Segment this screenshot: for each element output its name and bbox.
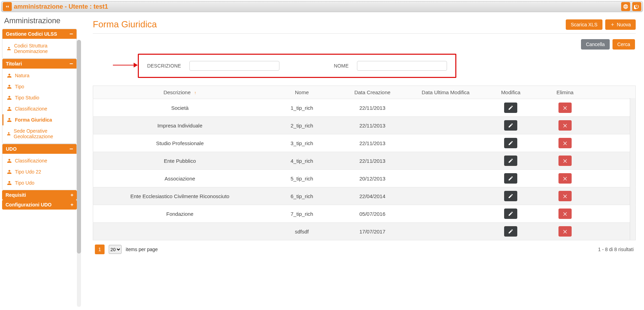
sidebar-group-label: UDO: [6, 146, 17, 152]
sidebar-item[interactable]: Forma Giuridica: [2, 114, 77, 125]
cell-data-creazione: 22/11/2013: [337, 134, 408, 152]
cell-data-modifica: [408, 152, 483, 170]
edit-button[interactable]: [504, 226, 517, 237]
cell-nome: 3_tip_rich: [267, 134, 337, 152]
close-icon: [562, 229, 568, 234]
collapse-sidebar-button[interactable]: [3, 2, 12, 11]
user-icon: [7, 73, 12, 78]
edit-button[interactable]: [504, 103, 517, 113]
sidebar-item[interactable]: Tipo: [2, 81, 77, 92]
topbar: amministrazione - Utente : test1: [1, 1, 643, 12]
user-icon: [7, 131, 11, 136]
delete-button[interactable]: [558, 120, 572, 131]
cancel-button[interactable]: Cancella: [581, 39, 609, 50]
sidebar-item[interactable]: Natura: [2, 70, 77, 81]
col-descrizione[interactable]: Descrizione ↑: [93, 86, 267, 99]
edit-button[interactable]: [504, 191, 517, 201]
cell-data-creazione: 22/11/2013: [337, 117, 408, 134]
sidebar-group-label: Configurazioni UDO: [6, 202, 52, 207]
col-data-modifica[interactable]: Data Ultima Modifica: [408, 86, 483, 99]
sidebar-item-label: Codici Struttura Denominazione: [14, 43, 72, 54]
sidebar-item[interactable]: Classificazione: [2, 103, 77, 114]
cell-data-modifica: [408, 223, 483, 240]
sidebar-group-header[interactable]: Requisiti+: [2, 190, 77, 200]
sidebar-group-label: Requisiti: [6, 192, 26, 198]
chevrons-left-icon: [5, 4, 10, 9]
cell-nome: 2_tip_rich: [267, 117, 337, 134]
cell-data-modifica: [408, 170, 483, 187]
user-icon: [7, 106, 12, 112]
cell-nome: 5_tip_rich: [267, 170, 337, 187]
download-xls-button[interactable]: Scarica XLS: [566, 19, 602, 30]
edit-button[interactable]: [504, 156, 517, 166]
table-row: Fondazione7_tip_rich05/07/2016: [93, 205, 636, 223]
cell-data-creazione: 17/07/2017: [337, 223, 408, 240]
filter-descrizione-input[interactable]: [189, 61, 279, 71]
delete-button[interactable]: [558, 103, 572, 113]
col-nome[interactable]: Nome: [267, 86, 337, 99]
filter-nome-input[interactable]: [357, 61, 447, 71]
new-button-label: Nuova: [617, 22, 631, 27]
cell-data-modifica: [408, 117, 483, 134]
sidebar-item-label: Sede Operative Geolocalizzazione: [14, 128, 72, 139]
sidebar-group-header[interactable]: Configurazioni UDO+: [2, 200, 77, 210]
cell-descrizione: Studio Professionale: [93, 134, 267, 152]
sidebar-group-header[interactable]: Gestione Codici ULSS−: [2, 29, 77, 39]
user-icon: [7, 169, 12, 175]
col-data-creazione[interactable]: Data Creazione: [337, 86, 408, 99]
sidebar-group-header[interactable]: UDO−: [2, 144, 77, 154]
annotation-arrow: [113, 65, 134, 65]
delete-button[interactable]: [558, 173, 572, 184]
sidebar-item[interactable]: Tipo Studio: [2, 92, 77, 103]
cell-data-modifica: [408, 205, 483, 223]
app-title: amministrazione - Utente : test1: [14, 3, 619, 10]
filter-nome-label: NOME: [334, 63, 349, 69]
cell-descrizione: Fondazione: [93, 205, 267, 223]
user-icon: [7, 180, 12, 186]
sidebar-item[interactable]: Codici Struttura Denominazione: [2, 40, 77, 57]
edit-button[interactable]: [504, 209, 517, 219]
sidebar-group-header[interactable]: Titolari−: [2, 59, 77, 69]
table-row: Ente Ecclesiastico Civilmente Riconosciu…: [93, 187, 636, 205]
divider: [93, 33, 636, 34]
sidebar-scrollbar[interactable]: [77, 40, 81, 307]
cell-descrizione: Società: [93, 99, 267, 117]
cell-data-creazione: 22/11/2013: [337, 99, 408, 117]
delete-button[interactable]: [558, 191, 572, 201]
col-scroll-spacer: [592, 86, 635, 99]
cell-data-modifica: [408, 187, 483, 205]
search-button[interactable]: Cerca: [612, 39, 635, 50]
col-elimina: Elimina: [538, 86, 592, 99]
edit-button[interactable]: [504, 173, 517, 184]
close-icon: [562, 193, 568, 199]
user-icon: [7, 117, 12, 123]
delete-button[interactable]: [558, 226, 572, 237]
cell-data-creazione: 05/07/2016: [337, 205, 408, 223]
cell-nome: 1_tip_rich: [267, 99, 337, 117]
main-content: Forma Giuridica Scarica XLS Nuova Cancel…: [79, 12, 644, 310]
cell-data-creazione: 22/11/2013: [337, 152, 408, 170]
pager-current-page[interactable]: 1: [95, 245, 105, 254]
cell-descrizione: [93, 223, 267, 240]
sidebar-item[interactable]: Tipo Udo 22: [2, 166, 77, 177]
delete-button[interactable]: [558, 209, 572, 219]
language-button[interactable]: [621, 2, 630, 11]
delete-button[interactable]: [558, 138, 572, 148]
sidebar-item[interactable]: Classificazione: [2, 155, 77, 166]
cell-nome: 4_tip_rich: [267, 152, 337, 170]
globe-icon: [623, 4, 628, 9]
edit-button[interactable]: [504, 138, 517, 148]
expand-icon: +: [71, 192, 73, 198]
pager-summary: 1 - 8 di 8 risultati: [598, 247, 634, 252]
sidebar-item[interactable]: Tipo Udo: [2, 177, 77, 188]
cell-nome: 7_tip_rich: [267, 205, 337, 223]
new-button[interactable]: Nuova: [605, 19, 636, 30]
table-scrollbar[interactable]: [630, 98, 635, 240]
sidebar-item-label: Tipo Studio: [15, 95, 39, 100]
delete-button[interactable]: [558, 156, 572, 166]
pager-page-size-select[interactable]: 20: [109, 245, 122, 254]
close-icon: [562, 123, 568, 128]
logout-button[interactable]: [632, 2, 641, 11]
sidebar-item[interactable]: Sede Operative Geolocalizzazione: [2, 125, 77, 142]
edit-button[interactable]: [504, 120, 517, 131]
